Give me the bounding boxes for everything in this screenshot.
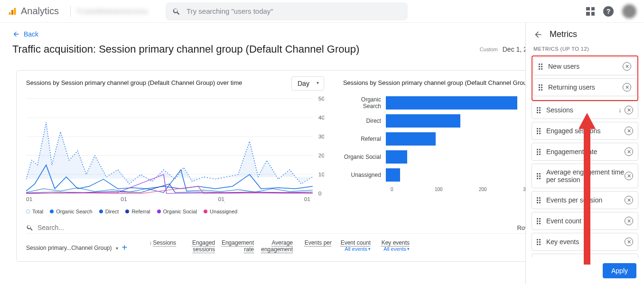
panel-subtitle: METRICS (UP TO 12) [526, 46, 644, 55]
metric-name: Key events [546, 238, 625, 246]
bar[interactable] [386, 96, 518, 110]
remove-metric-icon[interactable]: ✕ [625, 196, 633, 204]
analytics-logo-icon [8, 7, 17, 16]
remove-metric-icon[interactable]: ✕ [625, 217, 633, 225]
svg-text:30: 30 [318, 134, 324, 139]
table-search-input[interactable] [37, 224, 517, 231]
help-icon[interactable]: ? [603, 6, 614, 17]
drag-handle-icon[interactable] [537, 107, 542, 113]
drag-handle-icon[interactable] [537, 128, 542, 134]
svg-text:01: 01 [26, 197, 32, 202]
remove-metric-icon[interactable]: ✕ [625, 172, 633, 180]
svg-text:20: 20 [318, 153, 324, 158]
bar-label: Organic Search [343, 96, 386, 110]
remove-metric-icon[interactable]: ✕ [625, 106, 633, 114]
product-logo[interactable]: Analytics [8, 6, 59, 17]
svg-text:0: 0 [318, 191, 322, 196]
metric-row[interactable]: Key events✕ [532, 233, 638, 251]
back-arrow-icon [12, 30, 20, 38]
legend-item[interactable]: Direct [99, 209, 119, 214]
account-selector[interactable]: TrustedWebsiteServices [76, 8, 162, 15]
user-avatar[interactable] [622, 4, 636, 18]
metrics-panel: Metrics METRICS (UP TO 12) New users✕Ret… [525, 23, 644, 284]
metric-row[interactable]: New users✕ [533, 57, 636, 75]
svg-text:01: 01 [218, 197, 224, 202]
primary-dimension[interactable]: Session primary...Channel Group) [26, 245, 112, 251]
drag-handle-icon[interactable] [539, 84, 544, 91]
legend-item[interactable]: Organic Search [50, 209, 92, 214]
apps-icon[interactable] [586, 7, 595, 16]
granularity-select[interactable]: Day [291, 76, 324, 91]
search-icon [172, 7, 181, 16]
metric-row[interactable]: Returning users✕ [533, 78, 636, 96]
svg-text:01: 01 [121, 197, 127, 202]
metric-row[interactable]: Sessions↓✕ [532, 101, 638, 119]
legend-item[interactable]: Referral [125, 209, 150, 214]
top-bar: Analytics TrustedWebsiteServices Try sea… [0, 0, 644, 23]
svg-rect-0 [9, 12, 11, 15]
search-icon [26, 224, 34, 231]
bar-label: Direct [343, 118, 386, 124]
table-column-header[interactable]: Engaged sessions [179, 239, 218, 253]
drag-handle-icon[interactable] [537, 239, 542, 245]
remove-metric-icon[interactable]: ✕ [623, 62, 631, 71]
legend-item[interactable]: Total [26, 209, 43, 214]
search-placeholder: Try searching "users today" [187, 7, 273, 15]
bar[interactable] [386, 114, 461, 128]
metric-row[interactable]: Engagement rate✕ [532, 143, 638, 161]
table-column-header[interactable]: Engagement rate [218, 239, 257, 253]
panel-title: Metrics [550, 29, 577, 39]
bar[interactable] [386, 132, 436, 146]
bar[interactable] [386, 150, 407, 164]
table-header: Session primary...Channel Group) + ↓Sess… [26, 239, 611, 253]
legend-item[interactable]: Organic Social [157, 209, 197, 214]
panel-back-icon[interactable] [533, 30, 543, 39]
metric-name: Engagement rate [546, 148, 625, 156]
svg-text:Dec: Dec [26, 202, 35, 203]
metric-row[interactable]: Events per session✕ [532, 191, 638, 209]
drag-handle-icon[interactable] [539, 64, 544, 70]
metric-name: New users [548, 63, 623, 70]
svg-text:01: 01 [304, 197, 310, 202]
date-custom-badge: Custom [480, 46, 498, 52]
product-name: Analytics [21, 6, 59, 17]
chevron-down-icon[interactable] [116, 245, 118, 251]
remove-metric-icon[interactable]: ✕ [623, 83, 631, 92]
legend-item[interactable]: Unassigned [204, 209, 237, 214]
table-column-header[interactable]: Events per [296, 239, 335, 253]
apply-button[interactable]: Apply [603, 263, 636, 278]
bar[interactable] [386, 168, 400, 182]
svg-text:Feb: Feb [218, 202, 227, 203]
table-column-header[interactable]: Average engagement [257, 239, 296, 253]
drag-handle-icon[interactable] [537, 173, 542, 179]
add-dimension-button[interactable]: + [122, 243, 131, 253]
metric-name: Event count [546, 217, 625, 225]
table-column-header[interactable]: Event countAll events [335, 239, 373, 253]
global-search[interactable]: Try searching "users today" [166, 2, 408, 20]
metric-row[interactable]: Total revenue✕ [532, 254, 638, 257]
drag-handle-icon[interactable] [537, 197, 542, 203]
svg-text:10: 10 [318, 172, 324, 177]
remove-metric-icon[interactable]: ✕ [625, 127, 633, 135]
metric-row[interactable]: Engaged sessions✕ [532, 122, 638, 140]
table-column-header[interactable]: ↓Sessions [140, 239, 179, 253]
back-label: Back [24, 30, 38, 38]
remove-metric-icon[interactable]: ✕ [625, 238, 633, 246]
metric-name: Events per session [546, 196, 625, 204]
line-chart-title: Sessions by Session primary channel grou… [26, 79, 324, 86]
remove-metric-icon[interactable]: ✕ [625, 147, 633, 156]
drag-handle-icon[interactable] [537, 218, 542, 224]
page-title: Traffic acquisition: Session primary cha… [12, 43, 480, 55]
svg-text:Jan: Jan [121, 202, 129, 203]
table-column-header[interactable]: Key eventsAll events [373, 239, 412, 253]
metric-name: Sessions [546, 106, 616, 114]
line-chart: 50403020100 01Dec 01Jan 01Feb [26, 94, 324, 203]
bar-label: Unassigned [343, 172, 386, 178]
svg-text:50: 50 [318, 96, 324, 101]
metric-row[interactable]: Event count✕ [532, 212, 638, 230]
metric-name: Engaged sessions [546, 127, 625, 135]
metric-row[interactable]: Average engagement time per session✕ [532, 164, 638, 188]
drag-handle-icon[interactable] [537, 149, 542, 155]
table-search-row: Rows per page: 10▾ 1-7 of 7 [26, 224, 611, 234]
metric-name: Average engagement time per session [546, 168, 625, 183]
